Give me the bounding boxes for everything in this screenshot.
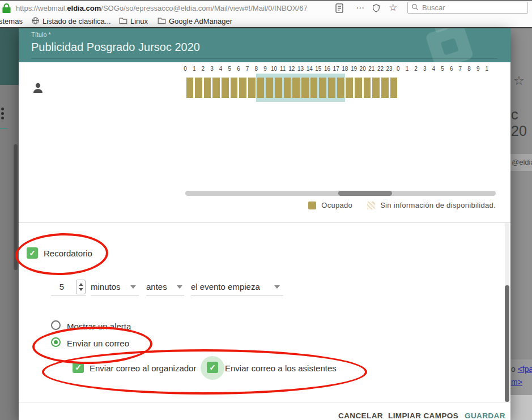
dialog-footer: CANCELAR LIMPIAR CAMPOS GUARDAR (19, 402, 510, 420)
bookmark-item[interactable]: Listado de clasifica... (31, 16, 111, 26)
hour-label: 1 (482, 66, 491, 72)
bookmark-label: Listado de clasifica... (42, 17, 111, 25)
email-attendees-checkbox[interactable]: ✓ (207, 362, 218, 373)
bookmark-item[interactable]: Linux (119, 16, 148, 26)
radio-send-email[interactable] (51, 337, 61, 347)
search-placeholder: Buscar (422, 3, 445, 12)
hour-label: 3 (207, 66, 216, 72)
hour-label: 23 (385, 66, 394, 72)
scheduler-hscrollbar-thumb[interactable] (338, 191, 392, 196)
chevron-down-icon[interactable] (130, 285, 136, 289)
unit-select[interactable]: minutos (91, 282, 121, 292)
busy-block (212, 78, 220, 98)
hour-label: 5 (438, 66, 447, 72)
busy-block (231, 78, 238, 98)
hour-label: 1 (402, 66, 411, 72)
availability-legend: Ocupado Sin información de disponibilida… (308, 201, 496, 209)
save-button[interactable]: GUARDAR (465, 412, 505, 420)
dimmed-quote-line: o <fpa (511, 365, 532, 374)
reminder-vscrollbar-thumb[interactable] (505, 285, 509, 402)
busy-block (310, 78, 318, 98)
title-input-underline (31, 58, 497, 59)
dimmed-quote-line: m> (511, 378, 522, 387)
dialog-header: Título * Publicidad Posgrado Jursoc 2020 (19, 28, 510, 62)
url-path: /SOGo/so/epressacco@eldia.com/Mail/view#… (101, 4, 307, 12)
bookmark-star-icon[interactable]: ☆ (389, 3, 397, 12)
amount-stepper[interactable] (76, 280, 86, 294)
hour-label: 17 (331, 66, 341, 72)
address-bar[interactable]: https://webmail.eldia.com/SOGo/so/epress… (16, 3, 333, 14)
hour-label: 12 (287, 66, 296, 72)
clear-fields-button[interactable]: LIMPIAR CAMPOS (388, 412, 458, 420)
hour-label: 2 (411, 66, 420, 72)
check-icon: ✓ (209, 363, 216, 372)
browser-toolbar: https://webmail.eldia.com/SOGo/so/epress… (0, 0, 532, 16)
scheduler-hscrollbar[interactable] (185, 191, 496, 196)
busy-block (266, 78, 273, 98)
title-input[interactable]: Publicidad Posgrado Jursoc 2020 (31, 41, 200, 54)
noinfo-legend-swatch (367, 202, 375, 209)
reminder-section: ✓ Recordatorio 5 minutos antes el evento… (19, 223, 510, 402)
hour-label: 6 (447, 66, 456, 72)
favorite-star-icon: ☆ (513, 74, 525, 88)
reminder-checkbox[interactable]: ✓ (27, 247, 38, 259)
hour-label: 4 (216, 66, 225, 72)
reader-mode-icon[interactable] (335, 3, 343, 15)
availability-scheduler: Ocupado Sin información de disponibilida… (19, 62, 510, 222)
hour-label: 8 (465, 66, 474, 72)
search-input[interactable]: Buscar (407, 2, 528, 14)
busy-block (275, 78, 282, 98)
bookmark-item[interactable]: Google AdManager (158, 16, 232, 26)
hour-label: 20 (358, 66, 367, 72)
busy-block (346, 78, 353, 98)
email-attendees-label: Enviar correo a los asistentes (225, 363, 337, 373)
stepper-down-icon[interactable] (79, 288, 83, 291)
page-scrollbar-thumb[interactable] (14, 144, 18, 270)
busy-block (248, 78, 256, 98)
hour-label: 7 (456, 66, 465, 72)
tracking-shield-icon[interactable] (372, 3, 381, 15)
busy-block (204, 78, 211, 98)
bookmark-label: stemas (0, 17, 23, 25)
stepper-up-icon[interactable] (79, 283, 83, 286)
check-icon: ✓ (75, 363, 82, 372)
busy-block (390, 78, 398, 98)
hour-label: 2 (198, 66, 207, 72)
hour-label: 6 (234, 66, 243, 72)
chevron-down-icon[interactable] (177, 285, 182, 289)
hour-label: 0 (394, 66, 403, 72)
relation-select[interactable]: antes (146, 282, 167, 292)
cancel-button[interactable]: CANCELAR (338, 412, 383, 420)
kebab-menu-icon (1, 112, 4, 115)
reminder-vscrollbar[interactable] (505, 223, 509, 402)
busy-block (257, 78, 265, 98)
hour-label: 9 (261, 66, 270, 72)
hour-label: 19 (349, 66, 358, 72)
email-organizer-checkbox[interactable]: ✓ (73, 362, 84, 373)
hour-label: 16 (323, 66, 332, 72)
busy-block (364, 78, 371, 98)
hour-label: 7 (243, 66, 252, 72)
reference-underline (191, 295, 283, 295)
chevron-down-icon[interactable] (274, 285, 280, 289)
bookmark-item[interactable]: stemas (0, 16, 23, 26)
radio-show-alert[interactable] (51, 320, 61, 330)
busy-block (292, 78, 300, 98)
busy-block (186, 78, 194, 98)
bookmark-label: Google AdManager (169, 17, 232, 25)
amount-underline (51, 295, 86, 295)
relation-underline (146, 295, 184, 295)
page-actions-icon[interactable]: ⋯ (356, 3, 365, 13)
reminder-amount-input[interactable]: 5 (53, 282, 64, 292)
busy-block (355, 78, 362, 98)
bookmarks-bar: stemas Listado de clasifica... Linux Goo… (0, 15, 532, 27)
radio-send-email-label: Enviar un correo (67, 338, 129, 348)
reference-select[interactable]: el evento empieza (191, 282, 260, 292)
email-organizer-label: Enviar correo al organizador (90, 363, 196, 373)
ssl-lock-icon (2, 3, 11, 16)
hour-label: 4 (429, 66, 438, 72)
url-domain: eldia.com (67, 4, 101, 12)
dimmed-sender-fragment: @eldia (512, 158, 532, 166)
dimmed-app-header (0, 28, 19, 85)
busy-block (301, 78, 309, 98)
